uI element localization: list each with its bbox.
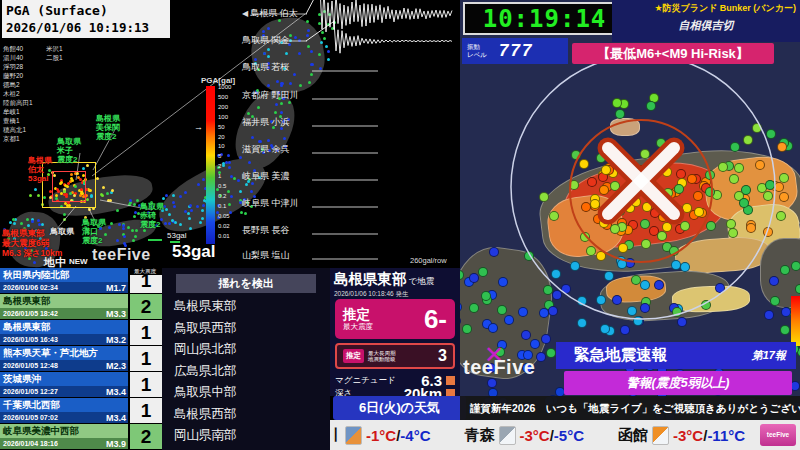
- quake-time: 2026/01/05 16:43: [3, 336, 58, 343]
- quake-place: 島根県東部: [0, 320, 128, 334]
- watermark-left: teeFive: [92, 246, 151, 264]
- vibration-label: 振動レベル: [467, 43, 487, 59]
- detection-area: 岡山県北部: [174, 341, 237, 358]
- quake-history-main: 秋田県内陸北部2026/01/06 02:34M1.7: [0, 268, 128, 293]
- intensity-value: 6-: [424, 304, 447, 335]
- quake-place: 島根県東部: [0, 294, 128, 308]
- quake-intensity-badge: 1: [128, 346, 162, 371]
- pga-map-panel: 島根県 美保関 震度2鳥取県 米子 震度2鳥取県 赤碕 震度2鳥取県 溝口 震度…: [0, 0, 460, 268]
- quake-sub: 2026/01/04 18:16M3.9: [0, 438, 128, 449]
- weather-low-temp: -4°C: [400, 427, 430, 444]
- mini-colorbar: [791, 296, 800, 346]
- quake-history-main: 岐阜県美濃中西部2026/01/04 18:16M3.9: [0, 424, 128, 449]
- quake-magnitude: M1.7: [106, 283, 126, 293]
- quake-time: 2026/01/04 18:16: [3, 440, 58, 447]
- weather-high-temp: -3°C: [520, 427, 550, 444]
- eew-warning-banner: 警報(震度5弱以上): [564, 371, 792, 395]
- earthquake-monitor-stream: 島根県 美保関 震度2鳥取県 米子 震度2鳥取県 赤碕 震度2鳥取県 溝口 震度…: [0, 0, 800, 450]
- quake-intensity-badge: 1: [128, 398, 162, 423]
- quake-magnitude: M3.4: [106, 413, 126, 423]
- weather-high-temp: -3°C: [673, 427, 703, 444]
- risk-banner: 【最低M6+<M9 Hi-Risk】: [572, 43, 774, 64]
- vibration-value: 777: [499, 41, 533, 61]
- quake-sub: 2026/01/05 16:43M3.2: [0, 334, 128, 345]
- epicenter-x-icon: [608, 148, 674, 214]
- quake-time: 2026/01/05 12:27: [3, 388, 58, 395]
- vibration-level-box: 振動レベル 777: [462, 38, 568, 64]
- quake-magnitude: M3.9: [106, 439, 126, 449]
- quake-history-row: 岐阜県美濃中西部2026/01/04 18:16M3.92: [0, 424, 162, 450]
- ltgm-estimate-chip: 推定: [343, 349, 364, 363]
- ltgm-value: 3: [438, 347, 447, 365]
- weather-city: 函館: [618, 426, 648, 445]
- quake-history-main: 島根県東部2026/01/05 16:43M3.2: [0, 320, 128, 345]
- digital-clock: 10:19:14: [463, 2, 626, 35]
- quake-history-row: 島根県東部2026/01/05 18:42M3.32: [0, 294, 162, 320]
- sponsor-brand-line: ★防災ブランド Bunker (バンカー): [616, 2, 796, 15]
- estimate-label: 推定: [343, 307, 373, 322]
- quake-time: 2026/01/05 18:42: [3, 310, 58, 317]
- detection-area: 岡山県南部: [174, 427, 237, 444]
- quake-place: 千葉県北西部: [0, 398, 128, 412]
- quake-intensity-badge: 1: [128, 372, 162, 397]
- quake-occurred-time: 2026/01/06 10:18:46 発生: [334, 290, 456, 299]
- quake-time: 2026/01/05 07:02: [3, 414, 58, 421]
- detection-area: 広島県北部: [174, 363, 237, 380]
- weather-icon: [345, 426, 362, 445]
- weather-entry: 函館-3°C/-11°C: [618, 426, 745, 445]
- eew-regional-map-panel: 10:19:14 振動レベル 777 ★防災ブランド Bunker (バンカー)…: [460, 0, 800, 450]
- row-scale-note: 260gal/row: [410, 256, 447, 265]
- quake-history-main: 島根県東部2026/01/05 18:42M3.3: [0, 294, 128, 319]
- quake-history-row: 島根県東部2026/01/05 16:43M3.21: [0, 320, 162, 346]
- weather-high-temp: -1°C: [366, 427, 396, 444]
- detection-area: 鳥取県中部: [174, 384, 237, 401]
- quake-history-row: 千葉県北西部2026/01/05 07:02M3.41: [0, 398, 162, 424]
- sponsor-scroll-text: 自相俱吉切: [616, 18, 796, 33]
- weather-low-temp: -11°C: [707, 427, 745, 444]
- quake-place: 秋田県内陸北部: [0, 268, 128, 282]
- weather-city-partial: 川: [333, 426, 341, 445]
- weather-entry: 川-1°C/-4°C: [333, 426, 431, 445]
- detection-area: 島根県東部: [174, 298, 237, 315]
- shake-detection-header: 揺れを検出: [176, 274, 316, 293]
- quake-history-row: 熊本県天草・芦北地方2026/01/05 12:48M2.31: [0, 346, 162, 372]
- underground-toggle[interactable]: 地中NEW: [44, 255, 88, 268]
- weather-icon: [652, 426, 669, 445]
- weather-city: 青森: [465, 426, 495, 445]
- magnitude-marker: [446, 376, 455, 385]
- quake-sub: 2026/01/05 12:48M2.3: [0, 360, 128, 371]
- weather-ticker-bar: 川-1°C/-4°C青森-3°C/-5°C函館-3°C/-11°C teeFiv…: [330, 420, 800, 450]
- weather-icon: [499, 426, 516, 445]
- quake-sub: 2026/01/05 12:27M3.4: [0, 386, 128, 397]
- quake-intensity-badge: 2: [128, 294, 162, 319]
- seismograph-waveforms: [0, 0, 460, 268]
- quake-sub: 2026/01/05 07:02M3.4: [0, 412, 128, 423]
- quake-region-title: 島根県東部で地震: [334, 270, 456, 289]
- shake-detection-panel: 揺れを検出 島根県東部鳥取県西部岡山県北部広島県北部鳥取県中部島根県西部岡山県南…: [162, 268, 330, 450]
- max-intensity-label: 最大震度: [343, 322, 373, 332]
- detection-area: 島根県西部: [174, 406, 237, 423]
- quake-history-list: 秋田県内陸北部2026/01/06 02:34M1.71島根県東部2026/01…: [0, 268, 162, 450]
- long-period-ground-motion-box: 推定 最大長周期地震動階級 3: [335, 343, 455, 369]
- max-gal-small: 53gal: [167, 231, 187, 240]
- clock-time: 10:19:14: [483, 5, 607, 33]
- estimated-intensity-box: 推定 最大震度 6-: [335, 299, 455, 339]
- quake-time: 2026/01/06 02:34: [3, 284, 58, 291]
- quake-intensity-badge: 1: [128, 320, 162, 345]
- quake-magnitude: M3.4: [106, 387, 126, 397]
- watermark-right: teeFive: [463, 356, 535, 379]
- quake-sub: 2026/01/06 02:34M1.7: [0, 282, 128, 293]
- weather-entries: 川-1°C/-4°C青森-3°C/-5°C函館-3°C/-11°C: [330, 426, 745, 445]
- quake-history-main: 千葉県北西部2026/01/05 07:02M3.4: [0, 398, 128, 423]
- weather-low-temp: -5°C: [554, 427, 584, 444]
- quake-place: 茨城県沖: [0, 372, 128, 386]
- sponsor-banner: ★防災ブランド Bunker (バンカー) 自相俱吉切: [612, 0, 800, 42]
- max-intensity-column-header: 最大震度: [128, 267, 162, 275]
- weather-entry: 青森-3°C/-5°C: [465, 426, 585, 445]
- quake-place: 熊本県天草・芦北地方: [0, 346, 128, 360]
- ltgm-label: 最大長周期地震動階級: [368, 350, 396, 363]
- teefive-logo: teeFive: [760, 424, 796, 446]
- quake-magnitude: M3.3: [106, 309, 126, 319]
- quake-sub: 2026/01/05 18:42M3.3: [0, 308, 128, 319]
- quake-place: 岐阜県美濃中西部: [0, 424, 128, 438]
